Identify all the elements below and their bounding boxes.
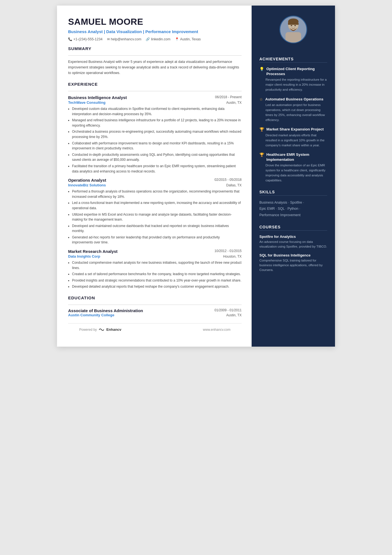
achievement-1-title: Automated Business Operations bbox=[265, 97, 323, 102]
course-1-desc: Comprehensive SQL training tailored for … bbox=[259, 258, 327, 273]
left-column: SAMUEL MOORE Business Analyst | Data Vis… bbox=[57, 6, 252, 347]
achievement-2-icon: 🏆 bbox=[259, 127, 264, 132]
summary-text: Experienced Business Analyst with over 5… bbox=[68, 59, 242, 76]
skills-line-1: Epic EMR · SQL · Python · bbox=[259, 207, 300, 211]
achievement-0-icon: 💡 bbox=[259, 67, 264, 71]
achievement-2: 🏆 Market Share Expansion Project Directe… bbox=[259, 127, 327, 148]
email-item: ✉ help@enhancv.com bbox=[107, 37, 142, 41]
bullet-item: Led a cross-functional team that impleme… bbox=[72, 200, 242, 211]
courses-section: COURSES Spotfire for Analytics An advanc… bbox=[259, 225, 327, 272]
achievement-0-desc: Revamped the reporting infrastructure fo… bbox=[259, 77, 327, 92]
bullet-item: Created a set of tailored performance be… bbox=[72, 272, 242, 277]
job-2-title: Operations Analyst bbox=[68, 178, 106, 182]
job-2: Operations Analyst 02/2015 - 05/2018 Inn… bbox=[68, 178, 242, 245]
job-3-location: Houston, TX bbox=[223, 255, 242, 258]
job-2-company: InnovateBiz Solutions bbox=[68, 183, 106, 187]
right-column: ACHIEVEMENTS 💡 Optimized Client Reportin… bbox=[252, 6, 335, 347]
bullet-item: Provided insights and strategic recommen… bbox=[72, 278, 242, 283]
job-3-title: Market Research Analyst bbox=[68, 249, 118, 254]
job-2-header: Operations Analyst 02/2015 - 05/2018 bbox=[68, 178, 242, 182]
right-content: ACHIEVEMENTS 💡 Optimized Client Reportin… bbox=[252, 50, 335, 284]
footer-bar: Powered by Enhancv www.enhancv.com bbox=[68, 323, 242, 336]
summary-divider bbox=[68, 55, 242, 56]
job-1-company: TechWave Consulting bbox=[68, 100, 105, 105]
education-divider bbox=[68, 305, 242, 305]
skills-title: SKILLS bbox=[259, 190, 327, 194]
bullet-item: Developed and maintained outcome dashboa… bbox=[72, 223, 242, 234]
edu-0-date: 01/2009 - 01/2011 bbox=[215, 308, 242, 312]
bullet-item: Developed custom data visualizations in … bbox=[72, 106, 242, 117]
job-3-date: 10/2012 - 01/2015 bbox=[215, 249, 242, 253]
footer-powered-by: Powered by Enhancv bbox=[79, 327, 121, 332]
bullet-item: Facilitated the transition of a primary … bbox=[72, 164, 242, 174]
bullet-item: Utilized expertise in MS Excel and Acces… bbox=[72, 212, 242, 222]
phone-item: 📞 +1-(234)-555-1234 bbox=[68, 37, 103, 41]
edu-0-school: Austin Community College bbox=[68, 313, 114, 317]
course-1: SQL for Business Intelligence Comprehens… bbox=[259, 253, 327, 273]
email-icon: ✉ bbox=[107, 37, 110, 41]
job-3: Market Research Analyst 10/2012 - 01/201… bbox=[68, 249, 242, 289]
job-2-bullets: Performed a thorough analysis of busines… bbox=[68, 189, 242, 245]
bullet-item: Conducted comprehensive market analysis … bbox=[72, 260, 242, 270]
location-icon: 📍 bbox=[175, 37, 179, 41]
job-1: Business Intelligence Analyst 06/2018 - … bbox=[68, 95, 242, 174]
education-section: EDUCATION Associate of Business Administ… bbox=[68, 295, 242, 317]
enhancv-logo-icon bbox=[98, 328, 105, 332]
bullet-item: Orchestrated a business process re-engin… bbox=[72, 129, 242, 139]
experience-section: EXPERIENCE Business Intelligence Analyst… bbox=[68, 82, 242, 289]
edu-0-school-line: Austin Community College Austin, TX bbox=[68, 313, 242, 317]
achievements-divider bbox=[259, 62, 327, 63]
course-1-title: SQL for Business Intelligence bbox=[259, 253, 327, 257]
achievement-1: ☆ Automated Business Operations Led an a… bbox=[259, 97, 327, 123]
job-3-bullets: Conducted comprehensive market analysis … bbox=[68, 260, 242, 289]
skills-line-0: Business Analysis · Spotfire · bbox=[259, 201, 304, 204]
job-3-header: Market Research Analyst 10/2012 - 01/201… bbox=[68, 249, 242, 254]
achievements-section: ACHIEVEMENTS 💡 Optimized Client Reportin… bbox=[259, 57, 327, 183]
linkedin-text: linkedin.com bbox=[151, 37, 170, 41]
name-section: SAMUEL MOORE Business Analyst | Data Vis… bbox=[68, 17, 242, 41]
contact-line: 📞 +1-(234)-555-1234 ✉ help@enhancv.com 🔗… bbox=[68, 37, 242, 41]
powered-by-text: Powered by bbox=[79, 328, 97, 332]
edu-entry-0: Associate of Business Administration 01/… bbox=[68, 308, 242, 317]
job-1-company-line: TechWave Consulting Austin, TX bbox=[68, 100, 242, 105]
achievement-2-header: 🏆 Market Share Expansion Project bbox=[259, 127, 327, 132]
full-name: SAMUEL MOORE bbox=[68, 17, 242, 27]
bullet-item: Developed detailed analytical reports th… bbox=[72, 284, 242, 289]
phone-icon: 📞 bbox=[68, 37, 72, 41]
location-text: Austin, Texas bbox=[180, 37, 201, 41]
achievement-2-desc: Directed market analysis efforts that re… bbox=[259, 133, 327, 148]
email-text: help@enhancv.com bbox=[111, 37, 142, 41]
resume-container: SAMUEL MOORE Business Analyst | Data Vis… bbox=[57, 6, 335, 347]
profile-photo bbox=[279, 16, 307, 43]
achievement-0-title: Optimized Client Reporting Processes bbox=[266, 66, 327, 76]
course-0: Spotfire for Analytics An advanced cours… bbox=[259, 235, 327, 249]
photo-section bbox=[252, 6, 335, 50]
course-0-title: Spotfire for Analytics bbox=[259, 235, 327, 239]
achievements-title: ACHIEVEMENTS bbox=[259, 57, 327, 61]
job-2-date: 02/2015 - 05/2018 bbox=[215, 178, 242, 182]
job-title-line: Business Analyst | Data Visualization | … bbox=[68, 29, 242, 34]
skills-section: SKILLS Business Analysis · Spotfire · Ep… bbox=[259, 190, 327, 218]
job-3-company: Data Insights Corp bbox=[68, 254, 100, 258]
phone-text: +1-(234)-555-1234 bbox=[73, 37, 103, 41]
location-item: 📍 Austin, Texas bbox=[175, 37, 201, 41]
bullet-item: Collaborated with performance improvemen… bbox=[72, 141, 242, 151]
courses-title: COURSES bbox=[259, 225, 327, 229]
bullet-item: Conducted in-depth productivity assessme… bbox=[72, 152, 242, 162]
svg-rect-1 bbox=[286, 32, 301, 43]
education-title: EDUCATION bbox=[68, 295, 242, 300]
summary-title: SUMMARY bbox=[68, 46, 242, 51]
course-0-desc: An advanced course focusing on data visu… bbox=[259, 240, 327, 249]
achievement-3-header: 🏆 Healthcare EMR System Implementation bbox=[259, 152, 327, 162]
courses-divider bbox=[259, 230, 327, 231]
achievement-1-icon: ☆ bbox=[259, 97, 263, 102]
link-icon: 🔗 bbox=[146, 37, 150, 41]
achievement-0: 💡 Optimized Client Reporting Processes R… bbox=[259, 66, 327, 92]
achievement-2-title: Market Share Expansion Project bbox=[266, 127, 324, 132]
linkedin-item: 🔗 linkedin.com bbox=[146, 37, 170, 41]
achievement-3-title: Healthcare EMR System Implementation bbox=[266, 152, 327, 162]
skills-text: Business Analysis · Spotfire · Epic EMR … bbox=[259, 199, 327, 218]
achievement-1-header: ☆ Automated Business Operations bbox=[259, 97, 327, 102]
summary-section: SUMMARY Experienced Business Analyst wit… bbox=[68, 46, 242, 76]
skills-divider bbox=[259, 195, 327, 196]
